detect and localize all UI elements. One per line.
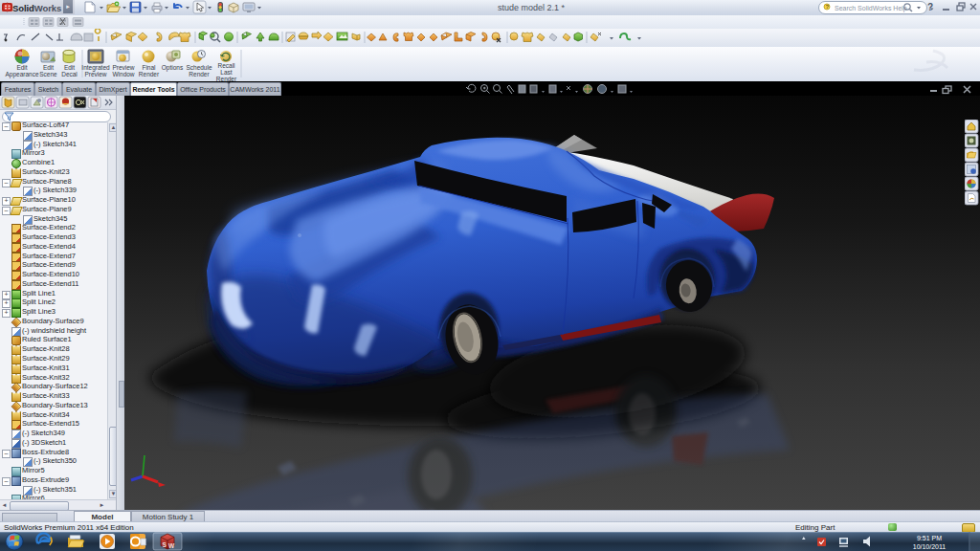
svg-text:?: ? — [825, 4, 829, 10]
svg-text:S: S — [162, 541, 167, 548]
svg-text:W: W — [168, 542, 175, 549]
svg-text:9:51 PM: 9:51 PM — [917, 535, 942, 541]
svg-text:10/10/2011: 10/10/2011 — [913, 543, 947, 550]
svg-text:?: ? — [927, 2, 933, 12]
